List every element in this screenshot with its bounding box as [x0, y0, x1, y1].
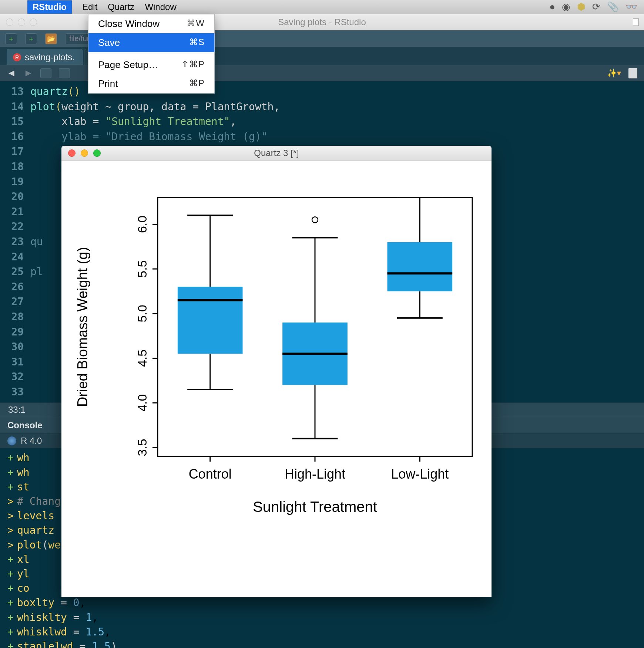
svg-text:High-Light: High-Light — [285, 466, 345, 482]
console-text: yl — [17, 567, 30, 581]
page-setup-shortcut: ⇧⌘P — [181, 59, 205, 71]
console-line: +boxlty = 0, — [0, 595, 644, 610]
nav-back-icon[interactable]: ◄ — [7, 67, 16, 79]
menu-item-page-setup[interactable]: Page Setup… ⇧⌘P — [88, 55, 214, 74]
status-dot-icon[interactable]: ● — [549, 1, 555, 13]
r-version-label: R 4.0 — [21, 436, 42, 446]
menu-item-save[interactable]: Save ⌘S — [88, 33, 214, 52]
line-number: 20 — [0, 189, 30, 205]
code-line[interactable]: 14plot(weight ~ group, data = PlantGrowt… — [0, 99, 644, 115]
traffic-close[interactable] — [6, 18, 13, 26]
menubar-right: ● ◉ ⬢ ⟳ 📎 👓 — [549, 1, 637, 13]
line-number: 18 — [0, 159, 30, 175]
console-prompt: > — [0, 494, 17, 509]
console-text: whisklwd = 1.5, — [17, 625, 111, 639]
svg-text:Sunlight Treatment: Sunlight Treatment — [253, 499, 377, 515]
console-prompt: + — [0, 639, 17, 648]
line-number: 22 — [0, 219, 30, 234]
console-prompt: + — [0, 595, 17, 610]
tab-saving-plots[interactable]: R saving-plots. — [7, 49, 83, 65]
new-file-button[interactable]: ＋ — [5, 33, 17, 44]
status-eye-icon[interactable]: ◉ — [562, 1, 570, 13]
quartz-plot-window[interactable]: Quartz 3 [*] 3.54.04.55.05.56.0Dried Bio… — [61, 146, 492, 597]
line-number: 14 — [0, 99, 30, 115]
code-content: plot(weight ~ group, data = PlantGrowth, — [30, 99, 280, 115]
sync-icon[interactable]: ⟳ — [592, 1, 600, 13]
console-prompt: + — [0, 480, 17, 494]
print-label: Print — [98, 78, 118, 90]
line-number: 30 — [0, 340, 30, 355]
console-prompt: + — [0, 552, 17, 567]
code-content: xlab = "Sunlight Treatment", — [30, 114, 236, 129]
console-prompt: + — [0, 465, 17, 480]
console-text: whisklty = 1, — [17, 610, 98, 625]
menu-separator — [88, 54, 214, 54]
r-file-icon: R — [13, 53, 21, 61]
menu-item-print[interactable]: Print ⌘P — [88, 74, 214, 93]
save-label: Save — [98, 37, 120, 48]
line-number: 27 — [0, 294, 30, 310]
code-content: qu — [30, 234, 43, 250]
console-text: # Chang — [17, 494, 61, 509]
save-shortcut: ⌘S — [189, 37, 205, 48]
menu-edit[interactable]: Edit — [82, 2, 97, 12]
close-window-shortcut: ⌘W — [187, 18, 205, 30]
quartz-window-title: Quartz 3 [*] — [254, 148, 299, 158]
save-source-button[interactable] — [59, 68, 70, 78]
plot-area: 3.54.04.55.05.56.0Dried Biomass Weight (… — [61, 161, 492, 597]
mac-menubar: RStudio Edit Quartz Window ● ◉ ⬢ ⟳ 📎 👓 — [0, 0, 644, 14]
console-text: boxlty = 0, — [17, 595, 85, 610]
show-in-new-window-button[interactable] — [40, 68, 51, 78]
console-text: st — [17, 480, 30, 494]
traffic-zoom[interactable] — [30, 18, 37, 26]
code-content: pl — [30, 264, 43, 280]
svg-text:4.5: 4.5 — [135, 350, 149, 367]
quartz-min[interactable] — [81, 149, 88, 157]
document-proxy-icon[interactable] — [633, 18, 639, 26]
console-prompt: + — [0, 567, 17, 581]
svg-text:3.5: 3.5 — [135, 439, 149, 456]
line-number: 25 — [0, 264, 30, 280]
nav-forward-icon[interactable]: ► — [24, 67, 33, 79]
console-text: plot(we — [17, 538, 61, 552]
console-line: +staplelwd = 1.5) — [0, 639, 644, 648]
console-prompt: > — [0, 509, 17, 523]
line-number: 33 — [0, 385, 30, 400]
glasses-icon[interactable]: 👓 — [625, 1, 637, 13]
console-prompt: + — [0, 625, 17, 639]
line-number: 28 — [0, 310, 30, 325]
svg-text:Low-Light: Low-Light — [391, 466, 449, 482]
shield-icon[interactable]: ⬢ — [577, 1, 586, 13]
code-tools-icon[interactable]: ✨▾ — [607, 68, 621, 78]
line-number: 15 — [0, 114, 30, 129]
code-content: quartz() — [30, 84, 80, 99]
console-text: wh — [17, 450, 30, 465]
line-number: 32 — [0, 369, 30, 385]
console-prompt: + — [0, 581, 17, 595]
console-prompt: > — [0, 523, 17, 537]
paperclip-icon[interactable]: 📎 — [607, 1, 619, 13]
console-text: xl — [17, 552, 30, 567]
menu-quartz[interactable]: Quartz — [108, 2, 134, 12]
console-text: wh — [17, 465, 30, 480]
compile-report-icon[interactable] — [628, 68, 637, 78]
menu-window[interactable]: Window — [145, 2, 176, 12]
svg-text:4.0: 4.0 — [135, 394, 149, 412]
svg-rect-38 — [388, 242, 453, 291]
code-content: ylab = "Dried Biomass Weight (g)" — [30, 129, 268, 145]
menu-item-close-window[interactable]: Close Window ⌘W — [88, 14, 214, 33]
quartz-zoom[interactable] — [93, 149, 101, 157]
console-prompt: + — [0, 450, 17, 465]
code-line[interactable]: 15 xlab = "Sunlight Treatment", — [0, 114, 644, 129]
page-setup-label: Page Setup… — [98, 59, 158, 71]
quartz-close[interactable] — [68, 149, 76, 157]
open-file-button[interactable]: 📂 — [45, 33, 57, 44]
new-project-button[interactable]: ＋ — [25, 33, 37, 44]
code-line[interactable]: 16 ylab = "Dried Biomass Weight (g)" — [0, 129, 644, 145]
svg-rect-25 — [178, 287, 243, 354]
traffic-min[interactable] — [18, 18, 25, 26]
svg-text:5.0: 5.0 — [135, 305, 149, 322]
console-text: staplelwd = 1.5) — [17, 639, 117, 648]
app-menu-rstudio[interactable]: RStudio — [27, 0, 72, 14]
line-number: 21 — [0, 205, 30, 220]
